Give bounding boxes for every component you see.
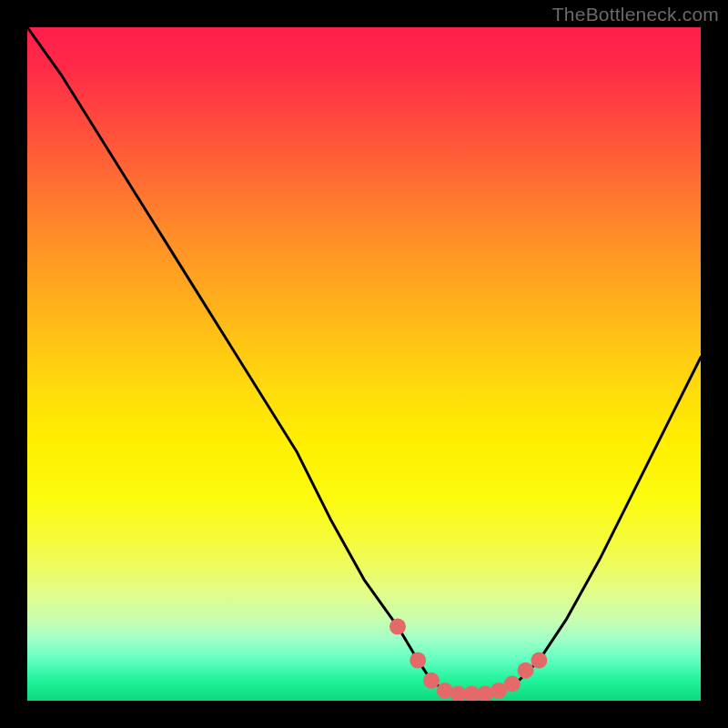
curve-marker xyxy=(531,652,547,669)
curve-marker xyxy=(518,662,534,679)
curve-marker xyxy=(423,672,440,689)
curve-markers xyxy=(389,619,547,701)
chart-frame: TheBottleneck.com xyxy=(0,0,728,728)
curve-marker xyxy=(389,619,406,635)
bottleneck-curve xyxy=(27,27,701,694)
watermark-text: TheBottleneck.com xyxy=(552,4,719,25)
curve-marker xyxy=(410,652,426,669)
plot-area xyxy=(27,27,701,701)
curve-layer xyxy=(27,27,701,701)
curve-marker xyxy=(504,676,521,693)
